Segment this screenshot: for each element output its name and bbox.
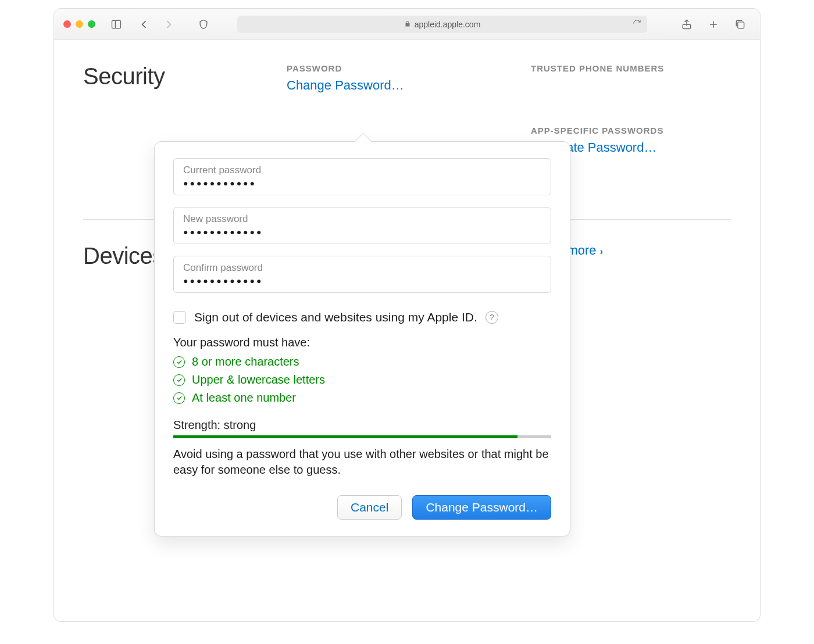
confirm-password-value: ●●●●●●●●●●●● [183, 276, 541, 285]
signout-label: Sign out of devices and websites using m… [194, 310, 477, 324]
check-icon [173, 374, 185, 386]
strength-label: Strength: strong [173, 418, 551, 432]
requirement-number-text: At least one number [192, 391, 296, 405]
chevron-right-icon: › [600, 246, 603, 256]
tabs-overview-icon[interactable] [732, 16, 748, 33]
check-icon [173, 356, 185, 368]
back-icon[interactable] [136, 16, 152, 33]
check-icon [173, 392, 185, 404]
password-advice: Avoid using a password that you use with… [173, 446, 551, 478]
maximize-window-button[interactable] [88, 20, 95, 28]
new-password-label: New password [183, 213, 541, 225]
share-icon[interactable] [679, 16, 695, 33]
lock-icon [404, 20, 411, 29]
help-icon[interactable]: ? [485, 311, 498, 324]
safari-window: appleid.apple.com Security PASSWORD [53, 8, 761, 622]
security-heading: Security [83, 63, 287, 90]
app-specific-label: APP-SPECIFIC PASSWORDS [531, 126, 731, 135]
window-controls [63, 20, 95, 28]
forward-icon[interactable] [160, 16, 177, 33]
current-password-value: ●●●●●●●●●●● [183, 178, 541, 188]
close-window-button[interactable] [63, 20, 71, 28]
svg-rect-0 [112, 20, 121, 28]
new-password-field[interactable]: New password ●●●●●●●●●●●● [173, 207, 551, 244]
requirement-length: 8 or more characters [173, 355, 551, 368]
requirement-case: Upper & lowercase letters [173, 373, 551, 387]
strength-meter [173, 435, 551, 438]
password-section-label: PASSWORD [287, 63, 531, 73]
cancel-button[interactable]: Cancel [337, 495, 402, 520]
shield-icon[interactable] [195, 16, 212, 33]
reload-icon[interactable] [633, 19, 641, 30]
change-password-link[interactable]: Change Password… [287, 78, 404, 93]
browser-toolbar: appleid.apple.com [54, 9, 760, 40]
url-text: appleid.apple.com [415, 20, 481, 29]
current-password-field[interactable]: Current password ●●●●●●●●●●● [173, 158, 551, 195]
confirm-password-label: Confirm password [183, 262, 541, 274]
strength-meter-fill [173, 435, 517, 438]
requirement-number: At least one number [173, 391, 551, 405]
address-bar[interactable]: appleid.apple.com [237, 16, 647, 33]
requirements-title: Your password must have: [173, 336, 551, 349]
new-password-value: ●●●●●●●●●●●● [183, 227, 541, 237]
signout-checkbox[interactable] [173, 311, 186, 324]
sidebar-toggle-icon[interactable] [108, 16, 124, 33]
page-content: Security PASSWORD Change Password… TRUST… [54, 40, 760, 621]
svg-rect-5 [738, 22, 744, 28]
minimize-window-button[interactable] [76, 20, 83, 28]
trusted-phone-label: TRUSTED PHONE NUMBERS [531, 63, 731, 73]
requirement-case-text: Upper & lowercase letters [192, 373, 325, 387]
change-password-popover: Current password ●●●●●●●●●●● New passwor… [154, 141, 570, 536]
new-tab-icon[interactable] [705, 16, 722, 33]
current-password-label: Current password [183, 164, 541, 176]
confirm-password-field[interactable]: Confirm password ●●●●●●●●●●●● [173, 256, 551, 293]
requirement-length-text: 8 or more characters [192, 355, 299, 368]
change-password-button[interactable]: Change Password… [412, 495, 551, 520]
